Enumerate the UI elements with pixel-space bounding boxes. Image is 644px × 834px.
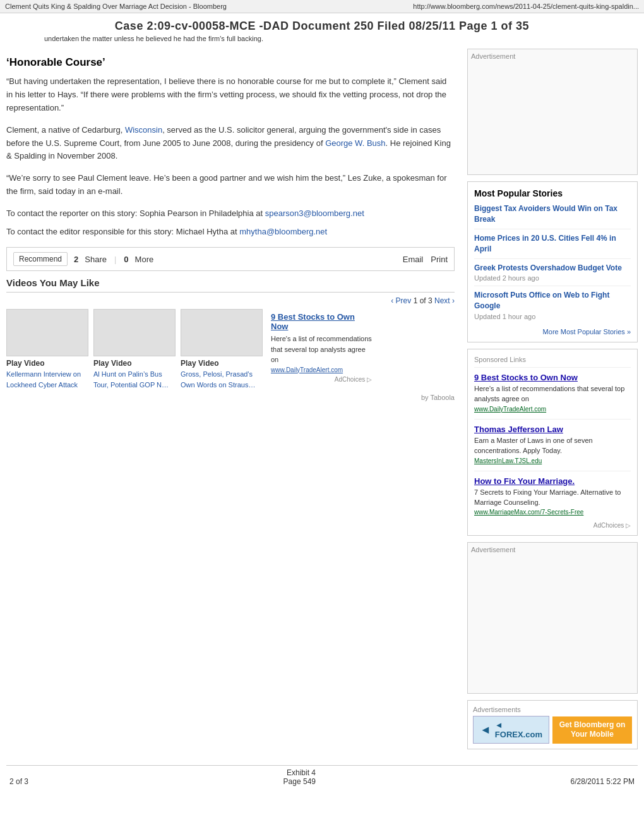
most-popular-box: Most Popular Stories Biggest Tax Avoider… (467, 181, 638, 342)
sp-item-1: 9 Best Stocks to Own Now Here’s a list o… (474, 367, 631, 413)
browser-title: Clement Quits King & Spalding Over Marri… (5, 3, 227, 10)
video-sponsored-url[interactable]: www.DailyTradeAlert.com (271, 366, 372, 373)
sp-item-3-url[interactable]: www.MarriageMax.com/7-Secrets-Free (474, 509, 631, 516)
share-label: Share (85, 255, 107, 264)
sidebar-top-ad: Advertisement (467, 49, 638, 175)
action-bar: Recommend 2 Share | 0 More Email Print (6, 247, 455, 271)
sp-item-1-url[interactable]: www.DailyTradeAlert.com (474, 406, 631, 413)
popular-item-2-title[interactable]: Greek Protests Overshadow Budget Vote (474, 263, 631, 274)
video-title-2[interactable]: Al Hunt on Palin’s Bus Tour, Potential G… (93, 370, 169, 388)
popular-item-2-meta: Updated 2 hours ago (474, 274, 631, 282)
sp-item-3: How to Fix Your Marriage. 7 Secrets to F… (474, 471, 631, 516)
popular-item-3-meta: Updated 1 hour ago (474, 313, 631, 320)
more-label: More (135, 255, 154, 264)
sp-item-2-desc: Earn a Master of Laws in one of seven co… (474, 437, 593, 454)
popular-item-3-title[interactable]: Microsoft Puts Office on Web to Fight Go… (474, 290, 631, 311)
forex-cta[interactable]: Get Bloomberg on Your Mobile (552, 716, 632, 744)
taboola-label: by Taboola (6, 394, 455, 401)
article-heading: ‘Honorable Course’ (6, 56, 455, 69)
editor-email-link[interactable]: mhytha@bloomberg.net (239, 227, 327, 236)
video-thumb-3 (181, 309, 263, 356)
sponsored-links-title: Sponsored Links (474, 356, 631, 363)
popular-item-1: Home Prices in 20 U.S. Cities Fell 4% in… (474, 229, 631, 258)
zero-count: 0 (124, 255, 128, 264)
videos-nav: ‹ Prev 1 of 3 Next › (6, 296, 455, 305)
sidebar-adchoices: AdChoices ▷ (474, 522, 631, 529)
popular-item-2: Greek Protests Overshadow Budget Vote Up… (474, 258, 631, 286)
video-thumb-2 (93, 309, 176, 356)
video-sponsored-desc: Here's a list of recommendations that se… (271, 335, 372, 363)
forex-logo[interactable]: ◄ ◄ FOREX.com (473, 716, 549, 744)
video-item-3: Play Video Gross, Pelosi, Prasad’s Own W… (181, 309, 263, 390)
court-subtext: undertaken the matter unless he believed… (6, 34, 638, 49)
timestamp: 6/28/2011 5:22 PM (571, 777, 635, 786)
video-sponsored: 9 Best Stocks to Own Now Here's a list o… (268, 309, 375, 385)
video-play-2: Play Video (93, 359, 176, 368)
page-label: Page 549 (283, 777, 316, 786)
video-title-3[interactable]: Gross, Pelosi, Prasad’s Own Words on Str… (181, 370, 255, 388)
sp-item-2-url[interactable]: MastersInLaw.TJSL.edu (474, 457, 631, 464)
bush-link[interactable]: George W. Bush (325, 138, 385, 148)
email-print-group: Email Print (403, 255, 448, 264)
sp-item-2: Thomas Jefferson Law Earn a Master of La… (474, 419, 631, 464)
video-adchoices: AdChoices ▷ (271, 376, 372, 383)
video-item-1: Play Video Kellermann Interview on Lockh… (6, 309, 88, 390)
page-number: 2 of 3 (9, 777, 28, 786)
reporter-email-link[interactable]: spearson3@bloomberg.net (265, 208, 364, 218)
video-play-3: Play Video (181, 359, 263, 368)
sidebar-ad-label: Advertisement (471, 52, 515, 60)
email-label[interactable]: Email (403, 255, 424, 264)
sidebar-ads-box: Advertisements ◄ ◄ FOREX.com Get Bloombe… (467, 700, 638, 749)
print-label[interactable]: Print (431, 255, 448, 264)
court-case-header: Case 2:09-cv-00058-MCE -DAD Document 250… (6, 13, 638, 34)
sidebar-big-ad: Advertisement (467, 542, 638, 694)
sidebar-big-ad-label: Advertisement (471, 546, 515, 553)
sp-item-2-title[interactable]: Thomas Jefferson Law (474, 425, 631, 434)
sp-item-1-desc: Here’s a list of recommendations that se… (474, 385, 624, 402)
popular-item-3: Microsoft Puts Office on Web to Fight Go… (474, 286, 631, 324)
forex-banner: ◄ ◄ FOREX.com Get Bloomberg on Your Mobi… (473, 716, 632, 744)
video-thumb-1 (6, 309, 88, 356)
contact-editor-text: To contact the editor responsible for th… (6, 226, 455, 239)
browser-bar: Clement Quits King & Spalding Over Marri… (0, 0, 644, 13)
videos-heading: Videos You May Like (6, 277, 455, 288)
recommend-button[interactable]: Recommend (13, 252, 68, 266)
share-count: 2 (74, 255, 78, 264)
content-column: ‘Honorable Course’ “But having undertake… (6, 49, 458, 752)
article-paragraph-2: Clement, a native of Cedarburg, Wisconsi… (6, 124, 455, 163)
most-popular-title: Most Popular Stories (474, 188, 631, 198)
videos-next-link[interactable]: Next › (434, 296, 455, 305)
sidebar: Advertisement Most Popular Stories Bigge… (467, 49, 638, 752)
ads-label: Advertisements (473, 706, 632, 713)
video-item-2: Play Video Al Hunt on Palin’s Bus Tour, … (93, 309, 176, 390)
popular-item-1-title[interactable]: Home Prices in 20 U.S. Cities Fell 4% in… (474, 233, 631, 255)
video-sponsored-title[interactable]: 9 Best Stocks to Own Now (271, 312, 372, 331)
video-play-1: Play Video (6, 359, 88, 368)
video-title-1[interactable]: Kellermann Interview on Lockheed Cyber A… (6, 370, 81, 388)
more-stories-link[interactable]: More Most Popular Stories » (474, 328, 631, 335)
separator-1: | (114, 255, 116, 264)
sp-item-3-title[interactable]: How to Fix Your Marriage. (474, 476, 631, 486)
videos-prev-link[interactable]: ‹ Prev (391, 296, 411, 305)
videos-section: Videos You May Like ‹ Prev 1 of 3 Next ›… (6, 277, 455, 401)
most-popular-top-link[interactable]: Biggest Tax Avoiders Would Win on Tax Br… (474, 203, 631, 225)
contact-reporter-text: To contact the reporter on this story: S… (6, 207, 455, 221)
sp-item-1-title[interactable]: 9 Best Stocks to Own Now (474, 373, 631, 382)
article-paragraph-1: “But having undertaken the representatio… (6, 75, 455, 114)
sponsored-links-box: Sponsored Links 9 Best Stocks to Own Now… (467, 349, 638, 536)
browser-url: http://www.bloomberg.com/news/2011-04-25… (413, 3, 639, 10)
sp-item-3-desc: 7 Secrets to Fixing Your Marriage. Alter… (474, 488, 621, 506)
wisconsin-link[interactable]: Wisconsin (125, 125, 162, 135)
exhibit-label: Exhibit 4 (283, 768, 316, 777)
article-paragraph-3: “We’re sorry to see Paul Clement leave. … (6, 172, 455, 198)
